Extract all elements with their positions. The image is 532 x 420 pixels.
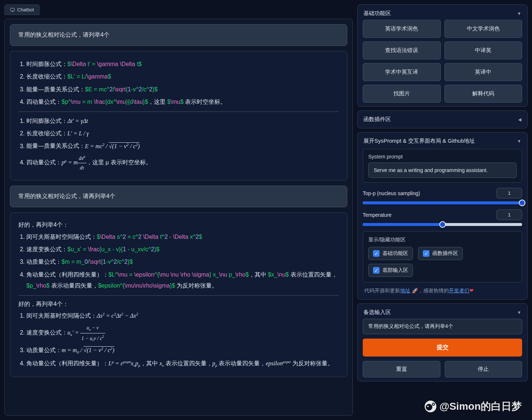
svg-point-2 xyxy=(426,404,432,410)
chk-plugin[interactable]: ✓ 函数插件区 xyxy=(418,247,463,260)
btn-find-image[interactable]: 找图片 xyxy=(363,85,441,103)
btn-academic-translate[interactable]: 学术中英互译 xyxy=(363,63,441,81)
alt-input-header[interactable]: 备选输入区 ▼ xyxy=(363,307,522,319)
temp-label: Temperature xyxy=(363,212,392,218)
btn-en-to-zh[interactable]: 英译中 xyxy=(444,63,522,81)
devs-link[interactable]: 开发者们 xyxy=(449,288,469,293)
svg-point-3 xyxy=(427,406,429,407)
bot-message: 时间膨胀公式：$\Delta t' = \gamma \Delta t$ 长度收… xyxy=(10,51,347,180)
user-message: 常用的狭义相对论公式，请列举4个 xyxy=(10,24,347,46)
btn-zh-to-en[interactable]: 中译英 xyxy=(444,41,522,59)
btn-chinese-polish[interactable]: 中文学术润色 xyxy=(444,20,522,38)
temp-value-input[interactable] xyxy=(496,209,522,220)
chevron-down-icon: ▼ xyxy=(517,310,521,315)
repo-link[interactable]: 地址 xyxy=(400,288,410,293)
topp-value-input[interactable] xyxy=(496,188,522,198)
rocket-icon: 🚀 xyxy=(412,288,418,293)
topp-slider[interactable] xyxy=(363,201,522,204)
checkbox-checked-icon: ✓ xyxy=(373,267,380,274)
plugin-header[interactable]: 函数插件区 ◀ xyxy=(363,115,522,124)
temp-slider[interactable] xyxy=(363,223,522,226)
weibo-icon xyxy=(424,400,437,413)
visibility-label: 显示/隐藏功能区 xyxy=(368,237,517,243)
heart-icon: ❤ xyxy=(469,288,474,293)
alt-input-panel: 备选输入区 ▼ 提交 重置 停止 xyxy=(357,303,528,381)
alt-input-field[interactable] xyxy=(363,319,522,334)
chevron-down-icon: ▼ xyxy=(517,139,521,144)
stop-button[interactable]: 停止 xyxy=(445,361,522,377)
basic-header[interactable]: 基础功能区 ▼ xyxy=(363,8,522,20)
chk-basic[interactable]: ✓ 基础功能区 xyxy=(368,247,413,260)
system-prompt-input[interactable] xyxy=(368,162,517,178)
chevron-left-icon: ◀ xyxy=(518,117,521,122)
btn-explain-code[interactable]: 解释代码 xyxy=(444,85,522,103)
basic-functions-panel: 基础功能区 ▼ 英语学术润色 中文学术润色 查找语法错误 中译英 学术中英互译 … xyxy=(357,4,528,107)
chat-area: 常用的狭义相对论公式，请列举4个 时间膨胀公式：$\Delta t' = \ga… xyxy=(4,19,353,416)
reset-button[interactable]: 重置 xyxy=(363,361,440,377)
sysprompt-header[interactable]: 展开SysPrompt & 交互界面布局 & Github地址 ▼ xyxy=(363,136,522,147)
btn-english-polish[interactable]: 英语学术润色 xyxy=(363,20,441,38)
user-message: 常用的狭义相对论公式，请再列举4个 xyxy=(10,186,347,207)
chat-icon xyxy=(10,7,15,12)
submit-button[interactable]: 提交 xyxy=(363,339,522,357)
watermark: @Simon的白日梦 xyxy=(424,399,522,413)
sysprompt-panel: 展开SysPrompt & 交互界面布局 & Github地址 ▼ System… xyxy=(357,132,528,300)
tab-chatbot[interactable]: Chatbot xyxy=(4,4,40,15)
chevron-down-icon: ▼ xyxy=(517,11,521,16)
btn-grammar-check[interactable]: 查找语法错误 xyxy=(363,41,441,59)
topp-label: Top-p (nucleus sampling) xyxy=(363,190,420,196)
chk-bottom-input[interactable]: ✓ 底部输入区 xyxy=(368,264,413,277)
checkbox-checked-icon: ✓ xyxy=(423,250,429,257)
plugin-panel: 函数插件区 ◀ xyxy=(357,110,528,128)
tab-label: Chatbot xyxy=(17,7,34,12)
svg-rect-0 xyxy=(11,8,15,11)
system-prompt-label: System prompt xyxy=(368,154,517,160)
bot-message: 好的，再列举4个： 闵可夫斯基时空间隔公式：$\Delta s^2 = c^2 … xyxy=(10,212,347,377)
footer-note: 代码开源和更新地址 🚀，感谢热情的开发者们❤ xyxy=(363,288,522,296)
checkbox-checked-icon: ✓ xyxy=(373,250,380,257)
